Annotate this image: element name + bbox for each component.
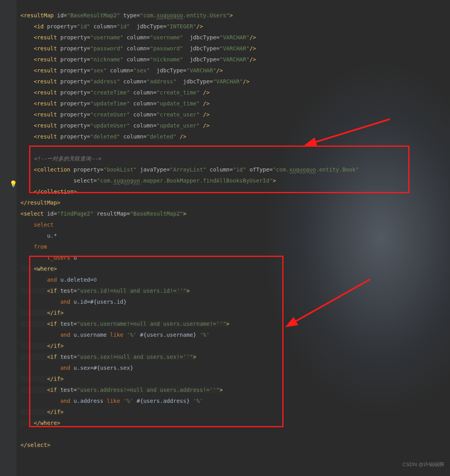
code-line[interactable]: select [20, 219, 450, 230]
code-line[interactable]: </if> [20, 340, 450, 351]
code-line[interactable]: t_users u [20, 252, 450, 263]
code-line[interactable]: </collection> [20, 186, 450, 197]
code-line[interactable]: <select id="findPage2" resultMap="BaseRe… [20, 208, 450, 219]
code-line[interactable]: </if> [20, 373, 450, 384]
code-line[interactable]: from [20, 241, 450, 252]
code-line[interactable]: <result property="createUser" column="cr… [20, 109, 450, 120]
code-line[interactable]: </where> [20, 417, 450, 428]
code-line[interactable]: <result property="username" column="user… [20, 32, 450, 43]
code-line[interactable]: and u.deleted=0 [20, 274, 450, 285]
code-line[interactable]: </if> [20, 406, 450, 417]
code-line[interactable]: <result property="updateUser" column="up… [20, 120, 450, 131]
code-line[interactable]: <where> [20, 263, 450, 274]
code-line[interactable]: <if test="users.sex!=null and users.sex!… [20, 351, 450, 362]
code-line[interactable]: u.* [20, 230, 450, 241]
code-line[interactable]: select="com.xuguoguo.mapper.BookMapper.f… [20, 175, 450, 186]
code-line[interactable] [20, 142, 450, 153]
code-line[interactable]: and u.id=#{users.id} [20, 296, 450, 307]
code-line[interactable] [20, 428, 450, 439]
code-line[interactable]: <result property="address" column="addre… [20, 76, 450, 87]
code-line[interactable]: <!--一对多的关联查询--> [20, 153, 450, 164]
code-line[interactable]: </if> [20, 307, 450, 318]
code-editor[interactable]: <resultMap id="BaseResultMap2" type="com… [0, 0, 450, 450]
code-line[interactable]: <result property="password" column="pass… [20, 43, 450, 54]
code-line[interactable]: and u.username like '%' #{users.username… [20, 329, 450, 340]
code-line[interactable]: <result property="createTime" column="cr… [20, 87, 450, 98]
code-line[interactable]: <result property="nickname" column="nick… [20, 54, 450, 65]
watermark: CSDN @许锅锅啊 [402, 461, 444, 468]
code-line[interactable]: <if test="users.id!=null and users.id!='… [20, 285, 450, 296]
code-line[interactable]: and u.sex=#{users.sex} [20, 362, 450, 373]
code-line[interactable]: <id property="id" column="id" jdbcType="… [20, 21, 450, 32]
code-line[interactable]: and u.address like '%' #{users.address} … [20, 395, 450, 406]
code-line[interactable]: <result property="sex" column="sex" jdbc… [20, 65, 450, 76]
code-line[interactable]: <if test="users.address!=null and users.… [20, 384, 450, 395]
code-line[interactable]: <result property="deleted" column="delet… [20, 131, 450, 142]
code-line[interactable]: </resultMap> [20, 197, 450, 208]
code-line[interactable]: </select> [20, 439, 450, 450]
code-line[interactable]: <result property="updateTime" column="up… [20, 98, 450, 109]
code-line[interactable]: <collection property="bookList" javaType… [20, 164, 450, 175]
code-line[interactable]: <if test="users.username!=null and users… [20, 318, 450, 329]
code-line[interactable]: <resultMap id="BaseResultMap2" type="com… [20, 10, 450, 21]
